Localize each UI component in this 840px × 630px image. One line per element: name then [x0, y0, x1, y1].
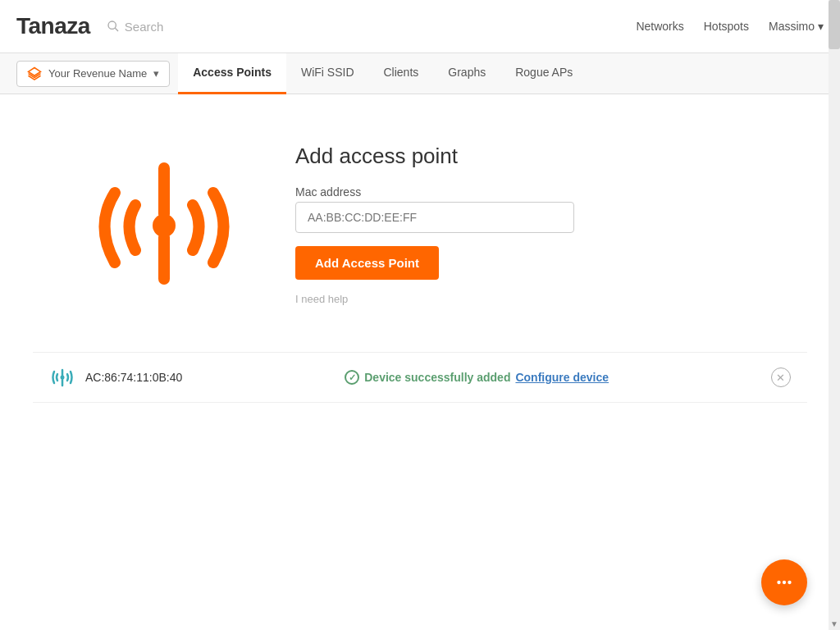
svg-point-11: [788, 581, 791, 584]
wifi-icon-container: [82, 144, 246, 311]
device-info: AC:86:74:11:0B:40: [49, 364, 182, 390]
device-mac: AC:86:74:11:0B:40: [85, 371, 182, 384]
layers-icon: [27, 66, 42, 81]
subnav: Your Revenue Name ▾ Access Points WiFi S…: [0, 53, 840, 94]
mac-address-input[interactable]: [295, 202, 574, 233]
device-wifi-icon: [49, 364, 75, 390]
tab-wifi-ssid[interactable]: WiFi SSID: [286, 53, 369, 94]
success-row: AC:86:74:11:0B:40 ✓ Device successfully …: [33, 352, 807, 403]
svg-point-0: [108, 21, 116, 29]
scrollbar[interactable]: ▲ ▼: [829, 0, 840, 630]
header: Tanaza Search Networks Hotspots Massimo …: [0, 0, 840, 53]
org-name: Your Revenue Name: [48, 67, 147, 80]
access-point-icon: [82, 144, 246, 308]
scrollbar-down[interactable]: ▼: [829, 619, 840, 628]
header-left: Tanaza Search: [16, 13, 163, 39]
user-name: Massimo: [769, 20, 815, 33]
org-dropdown-icon: ▾: [153, 67, 159, 80]
tab-rogue-aps[interactable]: Rogue APs: [500, 53, 587, 94]
svg-line-1: [115, 28, 118, 31]
svg-point-9: [777, 581, 780, 584]
tab-graphs[interactable]: Graphs: [433, 53, 500, 94]
chat-button[interactable]: [761, 559, 807, 605]
org-selector[interactable]: Your Revenue Name ▾: [16, 61, 170, 87]
tab-clients[interactable]: Clients: [369, 53, 434, 94]
nav-hotspots[interactable]: Hotspots: [704, 20, 749, 33]
user-menu[interactable]: Massimo ▾: [769, 20, 824, 33]
mac-label: Mac address: [295, 185, 574, 199]
success-text: Device successfully added: [364, 371, 510, 384]
close-success-button[interactable]: ✕: [771, 368, 791, 387]
success-message: ✓ Device successfully added Configure de…: [345, 370, 609, 385]
help-link[interactable]: I need help: [295, 293, 574, 305]
add-access-point-button[interactable]: Add Access Point: [295, 246, 439, 280]
search-box[interactable]: Search: [107, 20, 164, 34]
configure-link[interactable]: Configure device: [515, 371, 609, 384]
form-title: Add access point: [295, 144, 574, 169]
header-right: Networks Hotspots Massimo ▾: [636, 20, 824, 33]
logo: Tanaza: [16, 13, 90, 39]
tab-access-points[interactable]: Access Points: [178, 53, 286, 94]
user-dropdown-icon: ▾: [818, 20, 824, 33]
search-label: Search: [125, 20, 164, 34]
add-access-point-form: Add access point Mac address Add Access …: [295, 144, 574, 305]
chat-icon: [774, 572, 795, 593]
main-content: Add access point Mac address Add Access …: [0, 94, 840, 419]
nav-networks[interactable]: Networks: [636, 20, 683, 33]
scrollbar-thumb[interactable]: [829, 0, 840, 49]
search-icon: [107, 20, 120, 33]
content-area: Add access point Mac address Add Access …: [33, 127, 807, 344]
svg-point-10: [783, 581, 786, 584]
check-icon: ✓: [345, 370, 359, 385]
